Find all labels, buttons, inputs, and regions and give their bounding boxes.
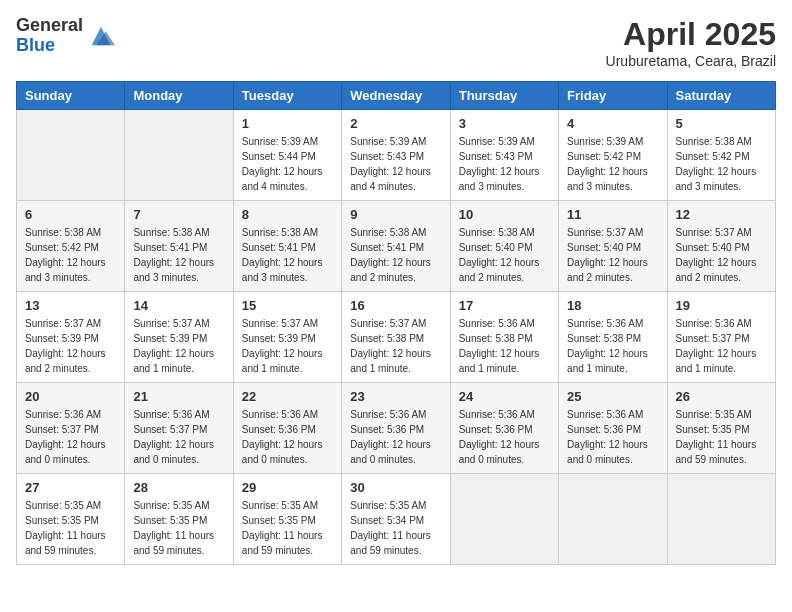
- day-info: Sunrise: 5:36 AM Sunset: 5:38 PM Dayligh…: [459, 316, 550, 376]
- day-number: 14: [133, 298, 224, 313]
- header-row: SundayMondayTuesdayWednesdayThursdayFrid…: [17, 82, 776, 110]
- day-info: Sunrise: 5:37 AM Sunset: 5:38 PM Dayligh…: [350, 316, 441, 376]
- calendar-cell: 11Sunrise: 5:37 AM Sunset: 5:40 PM Dayli…: [559, 201, 667, 292]
- day-info: Sunrise: 5:38 AM Sunset: 5:41 PM Dayligh…: [242, 225, 333, 285]
- day-number: 10: [459, 207, 550, 222]
- day-number: 23: [350, 389, 441, 404]
- day-of-week-header: Wednesday: [342, 82, 450, 110]
- calendar-cell: 6Sunrise: 5:38 AM Sunset: 5:42 PM Daylig…: [17, 201, 125, 292]
- calendar-cell: 13Sunrise: 5:37 AM Sunset: 5:39 PM Dayli…: [17, 292, 125, 383]
- day-number: 15: [242, 298, 333, 313]
- calendar-cell: 12Sunrise: 5:37 AM Sunset: 5:40 PM Dayli…: [667, 201, 775, 292]
- calendar-week-row: 1Sunrise: 5:39 AM Sunset: 5:44 PM Daylig…: [17, 110, 776, 201]
- location: Uruburetama, Ceara, Brazil: [606, 53, 776, 69]
- logo-blue-text: Blue: [16, 36, 83, 56]
- day-info: Sunrise: 5:38 AM Sunset: 5:42 PM Dayligh…: [25, 225, 116, 285]
- day-info: Sunrise: 5:36 AM Sunset: 5:36 PM Dayligh…: [459, 407, 550, 467]
- day-info: Sunrise: 5:36 AM Sunset: 5:38 PM Dayligh…: [567, 316, 658, 376]
- day-number: 8: [242, 207, 333, 222]
- day-info: Sunrise: 5:36 AM Sunset: 5:36 PM Dayligh…: [350, 407, 441, 467]
- day-info: Sunrise: 5:39 AM Sunset: 5:44 PM Dayligh…: [242, 134, 333, 194]
- day-number: 16: [350, 298, 441, 313]
- day-number: 26: [676, 389, 767, 404]
- calendar-body: 1Sunrise: 5:39 AM Sunset: 5:44 PM Daylig…: [17, 110, 776, 565]
- day-number: 21: [133, 389, 224, 404]
- day-number: 1: [242, 116, 333, 131]
- calendar-cell: 18Sunrise: 5:36 AM Sunset: 5:38 PM Dayli…: [559, 292, 667, 383]
- calendar-week-row: 20Sunrise: 5:36 AM Sunset: 5:37 PM Dayli…: [17, 383, 776, 474]
- day-of-week-header: Friday: [559, 82, 667, 110]
- calendar-header: SundayMondayTuesdayWednesdayThursdayFrid…: [17, 82, 776, 110]
- calendar-cell: 1Sunrise: 5:39 AM Sunset: 5:44 PM Daylig…: [233, 110, 341, 201]
- title-block: April 2025 Uruburetama, Ceara, Brazil: [606, 16, 776, 69]
- day-info: Sunrise: 5:35 AM Sunset: 5:35 PM Dayligh…: [133, 498, 224, 558]
- calendar-cell: 28Sunrise: 5:35 AM Sunset: 5:35 PM Dayli…: [125, 474, 233, 565]
- day-number: 30: [350, 480, 441, 495]
- day-of-week-header: Tuesday: [233, 82, 341, 110]
- calendar-cell: 30Sunrise: 5:35 AM Sunset: 5:34 PM Dayli…: [342, 474, 450, 565]
- day-info: Sunrise: 5:36 AM Sunset: 5:37 PM Dayligh…: [133, 407, 224, 467]
- day-number: 29: [242, 480, 333, 495]
- day-number: 24: [459, 389, 550, 404]
- day-number: 25: [567, 389, 658, 404]
- day-number: 28: [133, 480, 224, 495]
- day-number: 5: [676, 116, 767, 131]
- day-number: 19: [676, 298, 767, 313]
- calendar-cell: [125, 110, 233, 201]
- day-info: Sunrise: 5:38 AM Sunset: 5:41 PM Dayligh…: [133, 225, 224, 285]
- day-info: Sunrise: 5:37 AM Sunset: 5:40 PM Dayligh…: [567, 225, 658, 285]
- day-of-week-header: Thursday: [450, 82, 558, 110]
- calendar-cell: 23Sunrise: 5:36 AM Sunset: 5:36 PM Dayli…: [342, 383, 450, 474]
- day-number: 4: [567, 116, 658, 131]
- calendar-cell: 4Sunrise: 5:39 AM Sunset: 5:42 PM Daylig…: [559, 110, 667, 201]
- calendar-cell: 8Sunrise: 5:38 AM Sunset: 5:41 PM Daylig…: [233, 201, 341, 292]
- calendar-cell: 21Sunrise: 5:36 AM Sunset: 5:37 PM Dayli…: [125, 383, 233, 474]
- logo-general-text: General: [16, 16, 83, 36]
- calendar-cell: 7Sunrise: 5:38 AM Sunset: 5:41 PM Daylig…: [125, 201, 233, 292]
- calendar-cell: 3Sunrise: 5:39 AM Sunset: 5:43 PM Daylig…: [450, 110, 558, 201]
- day-info: Sunrise: 5:35 AM Sunset: 5:34 PM Dayligh…: [350, 498, 441, 558]
- calendar-cell: [450, 474, 558, 565]
- day-of-week-header: Monday: [125, 82, 233, 110]
- day-number: 2: [350, 116, 441, 131]
- day-number: 18: [567, 298, 658, 313]
- day-number: 7: [133, 207, 224, 222]
- day-info: Sunrise: 5:38 AM Sunset: 5:42 PM Dayligh…: [676, 134, 767, 194]
- logo-icon: [87, 22, 115, 50]
- calendar-table: SundayMondayTuesdayWednesdayThursdayFrid…: [16, 81, 776, 565]
- calendar-cell: 9Sunrise: 5:38 AM Sunset: 5:41 PM Daylig…: [342, 201, 450, 292]
- calendar-cell: [17, 110, 125, 201]
- day-info: Sunrise: 5:36 AM Sunset: 5:37 PM Dayligh…: [676, 316, 767, 376]
- logo: General Blue: [16, 16, 115, 56]
- day-number: 22: [242, 389, 333, 404]
- month-title: April 2025: [606, 16, 776, 53]
- day-info: Sunrise: 5:35 AM Sunset: 5:35 PM Dayligh…: [242, 498, 333, 558]
- day-info: Sunrise: 5:39 AM Sunset: 5:43 PM Dayligh…: [350, 134, 441, 194]
- calendar-cell: 17Sunrise: 5:36 AM Sunset: 5:38 PM Dayli…: [450, 292, 558, 383]
- calendar-cell: 10Sunrise: 5:38 AM Sunset: 5:40 PM Dayli…: [450, 201, 558, 292]
- day-info: Sunrise: 5:37 AM Sunset: 5:40 PM Dayligh…: [676, 225, 767, 285]
- calendar-cell: 27Sunrise: 5:35 AM Sunset: 5:35 PM Dayli…: [17, 474, 125, 565]
- day-number: 6: [25, 207, 116, 222]
- day-info: Sunrise: 5:37 AM Sunset: 5:39 PM Dayligh…: [25, 316, 116, 376]
- day-info: Sunrise: 5:36 AM Sunset: 5:36 PM Dayligh…: [242, 407, 333, 467]
- calendar-week-row: 6Sunrise: 5:38 AM Sunset: 5:42 PM Daylig…: [17, 201, 776, 292]
- day-info: Sunrise: 5:35 AM Sunset: 5:35 PM Dayligh…: [676, 407, 767, 467]
- day-number: 11: [567, 207, 658, 222]
- day-number: 20: [25, 389, 116, 404]
- day-info: Sunrise: 5:38 AM Sunset: 5:40 PM Dayligh…: [459, 225, 550, 285]
- day-number: 13: [25, 298, 116, 313]
- calendar-cell: [667, 474, 775, 565]
- day-number: 17: [459, 298, 550, 313]
- calendar-cell: 20Sunrise: 5:36 AM Sunset: 5:37 PM Dayli…: [17, 383, 125, 474]
- calendar-cell: 25Sunrise: 5:36 AM Sunset: 5:36 PM Dayli…: [559, 383, 667, 474]
- day-info: Sunrise: 5:38 AM Sunset: 5:41 PM Dayligh…: [350, 225, 441, 285]
- calendar-cell: 15Sunrise: 5:37 AM Sunset: 5:39 PM Dayli…: [233, 292, 341, 383]
- day-info: Sunrise: 5:36 AM Sunset: 5:37 PM Dayligh…: [25, 407, 116, 467]
- day-info: Sunrise: 5:36 AM Sunset: 5:36 PM Dayligh…: [567, 407, 658, 467]
- day-info: Sunrise: 5:37 AM Sunset: 5:39 PM Dayligh…: [133, 316, 224, 376]
- calendar-cell: [559, 474, 667, 565]
- calendar-cell: 19Sunrise: 5:36 AM Sunset: 5:37 PM Dayli…: [667, 292, 775, 383]
- calendar-week-row: 27Sunrise: 5:35 AM Sunset: 5:35 PM Dayli…: [17, 474, 776, 565]
- day-number: 12: [676, 207, 767, 222]
